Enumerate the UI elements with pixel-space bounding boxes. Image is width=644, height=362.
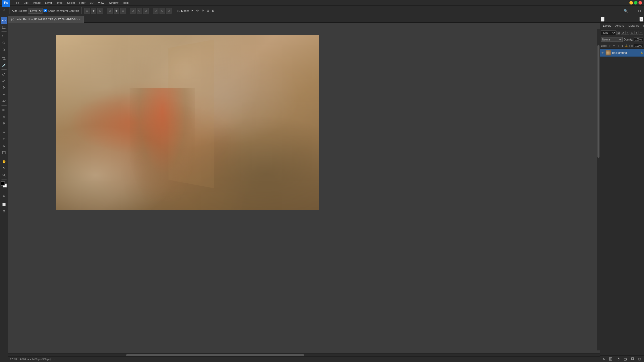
tab-history[interactable]: History bbox=[641, 23, 644, 29]
menu-image[interactable]: Image bbox=[31, 1, 43, 5]
menu-type[interactable]: Type bbox=[55, 1, 65, 5]
document-tab-close[interactable]: × bbox=[79, 18, 80, 21]
canvas-viewport[interactable] bbox=[8, 23, 600, 353]
distribute-top-button[interactable]: ⬡ bbox=[153, 8, 158, 14]
filter-shape-button[interactable]: ◻ bbox=[630, 31, 634, 35]
lock-artboard-button[interactable]: ⊕ bbox=[621, 44, 624, 48]
tab-layers[interactable]: Layers bbox=[601, 23, 613, 29]
brush-tool-button[interactable] bbox=[1, 77, 7, 84]
3d-roll-icon[interactable]: ↻ bbox=[200, 9, 205, 13]
distribute-bottom-button[interactable]: ⬡ bbox=[166, 8, 172, 14]
distribute-left-button[interactable]: ⬡ bbox=[130, 8, 136, 14]
menu-view[interactable]: View bbox=[96, 1, 106, 5]
show-transform-controls-checkbox[interactable]: Show Transform Controls bbox=[44, 9, 79, 12]
menu-filter[interactable]: Filter bbox=[77, 1, 87, 5]
panel-minimize-button[interactable]: − bbox=[601, 17, 605, 22]
hand-tool-button[interactable]: ✋ bbox=[1, 158, 7, 165]
gradient-tool-button[interactable] bbox=[1, 107, 7, 113]
vertical-scrollbar[interactable] bbox=[597, 29, 600, 350]
new-group-button[interactable] bbox=[623, 357, 628, 361]
quick-select-tool-button[interactable] bbox=[1, 46, 7, 53]
3d-rotate-icon[interactable]: ⟳ bbox=[190, 9, 194, 13]
opacity-input[interactable] bbox=[634, 37, 643, 41]
arrange-button[interactable]: ⊟ bbox=[637, 8, 642, 13]
panel-close-button[interactable]: × bbox=[639, 17, 643, 22]
new-fill-adjustment-button[interactable] bbox=[616, 357, 621, 361]
close-button[interactable] bbox=[638, 1, 642, 5]
rotate-view-button[interactable]: ↻ bbox=[1, 165, 7, 171]
eraser-tool-button[interactable] bbox=[1, 98, 7, 104]
align-center-h-button[interactable]: ⬢ bbox=[91, 8, 96, 14]
status-arrow[interactable]: › bbox=[54, 358, 55, 361]
layer-kind-filter[interactable]: Kind bbox=[601, 30, 616, 35]
lock-transparent-button[interactable]: ⬚ bbox=[609, 44, 612, 48]
clone-stamp-tool-button[interactable] bbox=[1, 84, 7, 91]
distribute-center-v-button[interactable]: ⬡ bbox=[159, 8, 165, 14]
type-tool-button[interactable]: T bbox=[1, 136, 7, 142]
blur-tool-button[interactable] bbox=[1, 113, 7, 120]
zoom-tool-button[interactable] bbox=[1, 172, 7, 178]
horizontal-scroll-thumb[interactable] bbox=[126, 354, 304, 356]
filter-smart-button[interactable]: ◈ bbox=[634, 31, 638, 35]
workspaces-button[interactable]: ⊞ bbox=[630, 8, 635, 13]
more-options-button[interactable]: ... bbox=[221, 8, 226, 13]
3d-pan-icon[interactable]: ⟲ bbox=[195, 9, 199, 13]
menu-3d[interactable]: 3D bbox=[88, 1, 96, 5]
screen-mode-button[interactable]: ⬜ bbox=[1, 201, 7, 208]
align-top-button[interactable]: ⬡ bbox=[107, 8, 113, 14]
filter-pixel-button[interactable]: 🖼 bbox=[616, 31, 620, 35]
rectangular-marquee-tool-button[interactable] bbox=[1, 33, 7, 39]
document-tab[interactable]: (c) Javier Pardina_F21A9985.CR2 @ 27.5% … bbox=[8, 16, 84, 23]
ps-home-icon[interactable]: Ps bbox=[2, 0, 10, 7]
vertical-scroll-thumb[interactable] bbox=[597, 45, 599, 158]
align-left-button[interactable]: ⬡ bbox=[84, 8, 90, 14]
history-brush-button[interactable]: ↩ bbox=[1, 91, 7, 98]
menu-layer[interactable]: Layer bbox=[43, 1, 54, 5]
delete-layer-button[interactable] bbox=[637, 357, 642, 361]
crop-tool-button[interactable] bbox=[1, 55, 7, 62]
layer-effects-button[interactable]: fx bbox=[602, 357, 606, 361]
align-bottom-button[interactable]: ⬡ bbox=[120, 8, 126, 14]
layer-visibility-icon[interactable]: 👁 bbox=[601, 51, 605, 54]
move-tool-icon[interactable] bbox=[2, 9, 8, 13]
add-mask-button[interactable] bbox=[608, 357, 613, 361]
distribute-right-button[interactable]: ⬡ bbox=[143, 8, 149, 14]
menu-edit[interactable]: Edit bbox=[22, 1, 30, 5]
move-tool-button[interactable] bbox=[1, 17, 7, 24]
eyedropper-tool-button[interactable]: 💉 bbox=[1, 62, 7, 68]
menu-select[interactable]: Select bbox=[65, 1, 77, 5]
align-center-v-button[interactable]: ⬢ bbox=[114, 8, 119, 14]
search-icon-button[interactable]: 🔍 bbox=[623, 8, 629, 13]
lock-image-button[interactable]: ✏ bbox=[613, 44, 616, 48]
spot-healing-tool-button[interactable] bbox=[1, 71, 7, 77]
blend-mode-select[interactable]: Normal bbox=[601, 37, 623, 42]
filter-type-button[interactable]: T bbox=[625, 31, 629, 35]
distribute-center-h-button[interactable]: ⬡ bbox=[137, 8, 142, 14]
layer-background[interactable]: 👁 Background 🔒 bbox=[600, 49, 644, 57]
tab-actions[interactable]: Actions bbox=[613, 23, 626, 29]
tab-libraries[interactable]: Libraries bbox=[626, 23, 641, 29]
maximize-button[interactable] bbox=[634, 1, 637, 5]
3d-slide-icon[interactable]: ⊞ bbox=[206, 9, 210, 13]
auto-select-dropdown[interactable]: Layer bbox=[28, 8, 43, 14]
lock-position-button[interactable]: ↕ bbox=[617, 44, 620, 48]
horizontal-scrollbar[interactable] bbox=[8, 353, 600, 356]
frame-tool-button[interactable]: ⊞ bbox=[1, 208, 7, 214]
menu-file[interactable]: File bbox=[13, 1, 21, 5]
lock-all-button[interactable]: 🔒 bbox=[625, 44, 628, 48]
filter-adjustment-button[interactable]: ◑ bbox=[621, 31, 625, 35]
path-selection-button[interactable] bbox=[1, 143, 7, 149]
3d-scale-icon[interactable]: ⊟ bbox=[211, 9, 215, 13]
dodge-tool-button[interactable] bbox=[1, 120, 7, 127]
shape-tool-button[interactable] bbox=[1, 149, 7, 156]
menu-help[interactable]: Help bbox=[121, 1, 131, 5]
menu-window[interactable]: Window bbox=[106, 1, 120, 5]
fill-input[interactable] bbox=[634, 44, 643, 48]
foreground-color-swatch[interactable] bbox=[1, 182, 5, 186]
artboard-tool-button[interactable] bbox=[1, 24, 7, 30]
align-right-button[interactable]: ⬡ bbox=[97, 8, 103, 14]
quick-mask-button[interactable]: ⊡ bbox=[1, 192, 7, 199]
minimize-button[interactable] bbox=[629, 1, 633, 5]
new-layer-button[interactable] bbox=[630, 357, 635, 361]
lasso-tool-button[interactable] bbox=[1, 39, 7, 46]
